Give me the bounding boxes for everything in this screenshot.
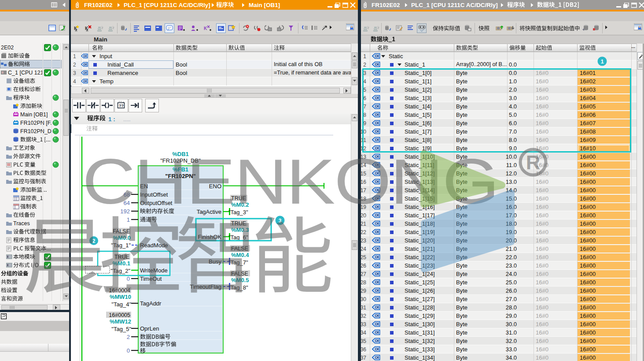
svg-text:%MW10: %MW10 xyxy=(110,294,131,300)
svg-text:TagAddr: TagAddr xyxy=(140,300,162,307)
svg-text:"Tag_1": "Tag_1" xyxy=(111,242,131,249)
svg-text:TRUE: TRUE xyxy=(231,195,246,201)
svg-text:"Tag_5": "Tag_5" xyxy=(111,326,131,332)
svg-text:%M0.2: %M0.2 xyxy=(231,201,249,208)
svg-text:64: 64 xyxy=(124,200,130,206)
svg-text:TagActive: TagActive xyxy=(197,208,221,215)
svg-text:Busy: Busy xyxy=(209,258,221,265)
svg-text:1: 1 xyxy=(127,216,130,223)
svg-text:%M0.0: %M0.0 xyxy=(113,234,131,241)
svg-text:"FR102PN": "FR102PN" xyxy=(165,173,195,179)
svg-text:0: 0 xyxy=(127,347,130,354)
svg-text:FinishOK: FinishOK xyxy=(198,234,222,240)
svg-text:ReadMode: ReadMode xyxy=(140,242,168,249)
svg-text:OutputOffset: OutputOffset xyxy=(140,200,173,206)
svg-text:"FR102PN_DB": "FR102PN_DB" xyxy=(160,157,201,164)
svg-text:3: 3 xyxy=(279,218,282,224)
svg-text:FALSE: FALSE xyxy=(231,271,248,277)
svg-text:2: 2 xyxy=(127,334,130,340)
svg-text:"Tag_6": "Tag_6" xyxy=(228,234,248,241)
svg-text:TRUE: TRUE xyxy=(231,220,246,227)
svg-text:??: ?? xyxy=(119,104,124,108)
svg-text:ENO: ENO xyxy=(209,183,221,190)
svg-text:TRUE: TRUE xyxy=(114,254,129,260)
svg-text:%M0.4: %M0.4 xyxy=(231,252,249,258)
svg-text:"Tag_3": "Tag_3" xyxy=(228,209,248,216)
svg-text:192: 192 xyxy=(120,208,130,215)
svg-text:16#0004: 16#0004 xyxy=(109,287,130,294)
svg-text:0: 0 xyxy=(127,275,130,282)
svg-text:2: 2 xyxy=(92,238,96,244)
svg-text:%FB1: %FB1 xyxy=(173,166,188,173)
svg-text:TimeoutFlag: TimeoutFlag xyxy=(190,283,221,290)
svg-text:%MW12: %MW12 xyxy=(110,318,131,325)
svg-text:"Tag_8": "Tag_8" xyxy=(228,284,248,291)
svg-text:%M0.1: %M0.1 xyxy=(113,260,130,267)
svg-text:FALSE: FALSE xyxy=(231,246,248,252)
svg-text:%M0.5: %M0.5 xyxy=(231,277,249,283)
svg-text:%M0.3: %M0.3 xyxy=(231,227,249,233)
svg-text:TimeOut: TimeOut xyxy=(140,275,162,282)
svg-text:K: K xyxy=(85,26,88,31)
svg-text:68: 68 xyxy=(124,191,130,198)
svg-text:EN: EN xyxy=(140,183,148,190)
svg-text:WriteMode: WriteMode xyxy=(140,267,168,274)
svg-text:%DB1: %DB1 xyxy=(172,151,189,157)
svg-text:16#0005: 16#0005 xyxy=(109,312,130,318)
svg-text:InputOffset: InputOffset xyxy=(140,191,168,198)
svg-text:"Tag_7": "Tag_7" xyxy=(228,259,248,266)
svg-text:1: 1 xyxy=(600,58,604,65)
svg-text:"Tag_4": "Tag_4" xyxy=(111,301,131,308)
svg-text:"Tag_2": "Tag_2" xyxy=(110,268,130,274)
svg-text:OprLen: OprLen xyxy=(140,325,159,332)
svg-text:FALSE: FALSE xyxy=(113,228,130,234)
svg-text:K: K xyxy=(204,26,207,31)
